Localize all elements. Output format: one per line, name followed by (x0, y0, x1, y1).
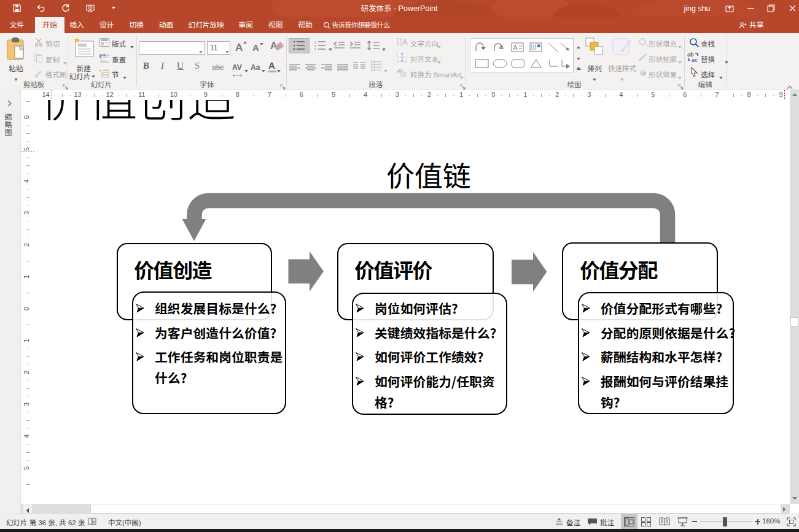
svg-text:A: A (513, 44, 518, 51)
svg-text:A: A (402, 37, 408, 47)
svg-text:ac: ac (692, 57, 698, 63)
svg-text:3: 3 (314, 47, 316, 50)
